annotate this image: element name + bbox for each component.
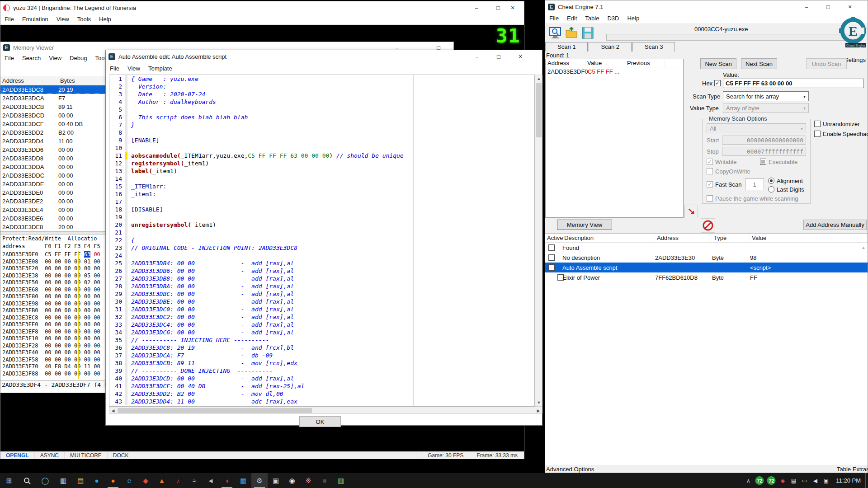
tray-icon[interactable]: 72	[765, 473, 777, 488]
menu-item[interactable]: File	[106, 64, 123, 73]
ok-button[interactable]: OK	[299, 416, 341, 427]
clock[interactable]: 11:20 PM	[831, 477, 865, 484]
taskbar-app-icon[interactable]: ◄	[203, 473, 219, 488]
table-row[interactable]: No description 2ADD33E3E30 Byte 98	[545, 253, 868, 263]
taskbar-app-icon[interactable]: ≈	[186, 473, 203, 488]
tray-icon[interactable]: 72	[754, 473, 765, 488]
column-bytes[interactable]: Bytes	[58, 77, 75, 84]
table-row[interactable]: Elixir of Power 7FF62BD610D8 Byte FF	[545, 272, 868, 282]
editor-vscrollbar[interactable]: ▲ ▼	[535, 75, 542, 407]
close-icon[interactable]	[511, 51, 530, 62]
script-line[interactable]: 322ADD33E3DC2: 00 00 - add [rax],al	[109, 313, 534, 321]
script-line[interactable]: 412ADD33E3DCF: 00 40 DB - add [rax-25],a…	[109, 382, 534, 390]
writable-checkbox[interactable]	[707, 159, 713, 165]
script-line[interactable]: 15_ITEM1arr:	[109, 183, 534, 190]
menu-item[interactable]: Debug	[66, 53, 91, 63]
active-checkbox[interactable]	[548, 244, 555, 251]
menu-item[interactable]: File	[0, 14, 18, 24]
copyonwrite-checkbox[interactable]	[707, 168, 713, 174]
script-line[interactable]: 292ADD33E3DBC: 00 00 - add [rax],al	[109, 290, 534, 298]
status-chip[interactable]: ASYNC	[35, 452, 65, 459]
scroll-left-icon[interactable]: ◀	[109, 407, 117, 414]
table-extras-link[interactable]: Table Extras	[837, 466, 868, 473]
script-line[interactable]: 4 Author : dualkeyboards	[109, 98, 534, 106]
script-line[interactable]: 11aobscanmodule(_ITEM1arr,yuzu.exe,C5 FF…	[109, 152, 534, 160]
table-row[interactable]: Found	[545, 243, 868, 253]
script-line[interactable]: 312ADD33E3DC0: 00 00 - add [rax],al	[109, 305, 534, 313]
script-line[interactable]: 16_item1:	[109, 190, 534, 198]
table-column[interactable]: Description	[562, 234, 655, 242]
script-line[interactable]: 24	[109, 252, 534, 259]
new-scan-button[interactable]: New Scan	[700, 58, 736, 69]
search-icon[interactable]	[18, 473, 36, 488]
menu-item[interactable]: D3D	[603, 14, 623, 23]
script-line[interactable]: 6 This script does blah blah blah	[109, 113, 534, 121]
found-column[interactable]: Address	[546, 59, 585, 67]
table-column[interactable]: Value	[750, 234, 868, 242]
hex-checkbox[interactable]	[714, 80, 721, 86]
script-line[interactable]: 39// ---------- DONE INJECTING ---------…	[109, 367, 534, 375]
script-line[interactable]: 8	[109, 129, 534, 136]
scroll-down-icon[interactable]: ▼	[535, 399, 542, 406]
active-checkbox[interactable]	[548, 254, 555, 261]
editor-hscrollbar[interactable]: ◀ ▶	[109, 407, 542, 414]
scan-type-dropdown[interactable]: Search for this array▾	[723, 91, 809, 101]
script-line[interactable]: 402ADD33E3DCD: 00 00 - add [rax],al	[109, 375, 534, 382]
script-line[interactable]: 262ADD33E3DB6: 00 00 - add [rax],al	[109, 267, 534, 275]
script-line[interactable]: 19	[109, 213, 534, 221]
alignment-radio[interactable]	[768, 178, 774, 184]
menu-item[interactable]: File	[545, 14, 563, 23]
menu-item[interactable]: Edit	[563, 14, 581, 23]
script-line[interactable]: 2 Version:	[109, 83, 534, 90]
stop-changing-icon[interactable]	[701, 218, 715, 233]
value-type-dropdown[interactable]: Array of byte▾	[723, 103, 809, 113]
table-column[interactable]: Active	[545, 234, 562, 242]
add-address-button[interactable]: Add Address Manually	[803, 220, 867, 230]
taskbar-app-icon[interactable]: ▤	[72, 473, 89, 488]
taskbar-app-icon[interactable]: ♪	[170, 473, 186, 488]
column-address[interactable]: Address	[0, 77, 58, 84]
scroll-right-icon[interactable]: ▶	[535, 407, 542, 414]
status-chip[interactable]: DOCK	[108, 452, 135, 459]
settings-link[interactable]: Settings	[844, 56, 866, 63]
script-line[interactable]: 7}	[109, 121, 534, 129]
taskbar-app-icon[interactable]: ■	[316, 473, 333, 488]
memory-view-button[interactable]: Memory View	[557, 220, 612, 230]
stop-input[interactable]: 00007fffffffffff	[722, 147, 806, 156]
cortana-icon[interactable]: ◯	[36, 473, 54, 488]
active-checkbox[interactable]	[548, 264, 555, 271]
scan-tab[interactable]: Scan 2	[589, 42, 631, 52]
menu-item[interactable]: View	[52, 14, 73, 24]
start-input[interactable]: 0000000000000000	[722, 136, 806, 145]
yuzu-titlebar[interactable]: yuzu 324 | Brigandine: The Legend of Run…	[0, 1, 524, 14]
select-process-icon[interactable]	[549, 27, 562, 41]
script-line[interactable]: 14	[109, 175, 534, 183]
pointer-arrow-button[interactable]: ↘	[684, 205, 698, 218]
scroll-up-icon[interactable]: ▲	[535, 75, 542, 82]
taskbar-app-icon[interactable]: ▲	[154, 473, 170, 488]
script-editor[interactable]: 1{ Game : yuzu.exe 2 Version: 3 Date : 2…	[109, 75, 535, 407]
script-line[interactable]: 12registersymbol(_item1)	[109, 160, 534, 167]
auto-assemble-titlebar[interactable]: E Auto Assemble edit: Auto Assemble scri…	[106, 50, 542, 63]
tray-icon[interactable]: ▤	[788, 473, 799, 488]
taskbar-app-icon[interactable]: ▣	[268, 473, 284, 488]
script-line[interactable]: 22{	[109, 236, 534, 244]
script-line[interactable]: 21	[109, 229, 534, 236]
script-line[interactable]: 13label(_item1)	[109, 167, 534, 175]
menu-item[interactable]: View	[45, 53, 66, 63]
menu-item[interactable]: Template	[144, 64, 176, 73]
found-column[interactable]: Previous	[625, 59, 665, 67]
close-icon[interactable]	[840, 1, 859, 12]
script-line[interactable]: 342ADD33E3DC6: 00 00 - add [rax],al	[109, 328, 534, 336]
region-dropdown[interactable]: All▾	[707, 123, 806, 133]
script-line[interactable]: 10	[109, 144, 534, 152]
menu-item[interactable]: Help	[623, 14, 643, 23]
cheat-table-header[interactable]: ActiveDescriptionAddressTypeValue	[545, 234, 868, 243]
script-line[interactable]: 282ADD33E3DBA: 00 00 - add [rax],al	[109, 282, 534, 290]
script-line[interactable]: 35// ---------- INJECTING HERE ---------…	[109, 336, 534, 344]
fast-scan-checkbox[interactable]	[707, 181, 713, 188]
tray-icon[interactable]: ▭	[799, 473, 810, 488]
close-icon[interactable]	[503, 2, 522, 13]
start-button[interactable]: ⊞	[0, 473, 18, 488]
minimize-icon[interactable]	[467, 51, 486, 62]
